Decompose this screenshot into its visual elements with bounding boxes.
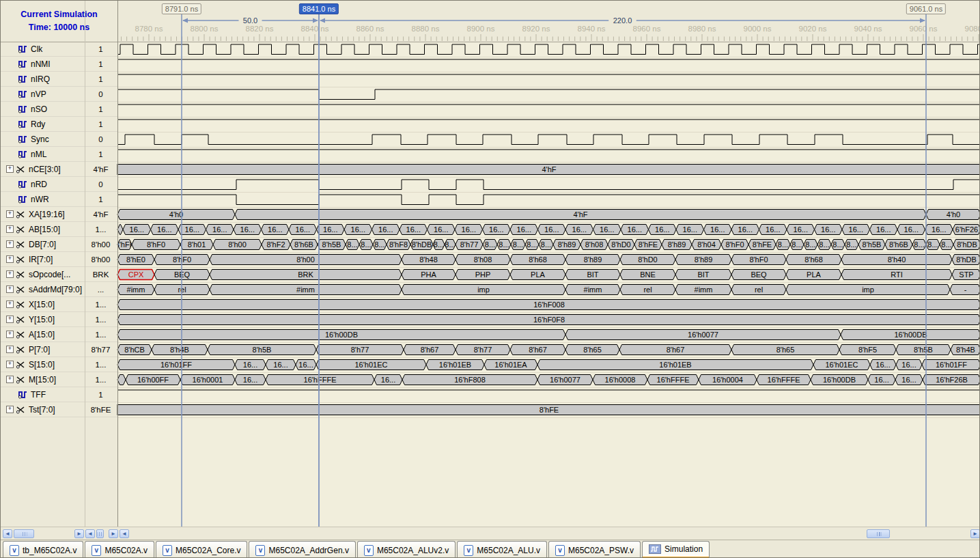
signal-value: 1... [85, 316, 117, 324]
svg-text:8'h77: 8'h77 [460, 240, 479, 249]
svg-text:16...: 16... [572, 225, 587, 234]
scroll-left-button[interactable]: ◄ [85, 529, 95, 538]
scroll-right-button[interactable]: ► [74, 529, 84, 538]
svg-text:8'hCB: 8'hCB [124, 346, 145, 354]
signal-row[interactable]: +S[15:0]1... [1, 357, 117, 372]
scroll-right-button[interactable]: ► [970, 529, 980, 538]
scrollbar-thumb[interactable] [867, 529, 890, 538]
time-marker[interactable]: 9061.0 ns [906, 3, 946, 14]
svg-text:16'hF808: 16'hF808 [454, 376, 486, 384]
scroll-left-button[interactable]: ◄ [3, 529, 12, 538]
expand-icon[interactable]: + [6, 210, 14, 218]
scrollbar-thumb[interactable] [96, 529, 104, 538]
signal-name: sAddrMd[79:0] [29, 285, 82, 294]
svg-text:8'hFE: 8'hFE [639, 240, 658, 249]
tab-m65c02a-psw-v[interactable]: vM65C02A_PSW.v [548, 541, 641, 558]
signal-row[interactable]: +sAddrMd[79:0]... [1, 282, 117, 297]
signal-name: IR[7:0] [29, 255, 53, 264]
signal-row[interactable]: Rdy1 [1, 117, 117, 132]
signal-row[interactable]: nML1 [1, 147, 117, 162]
signal-row[interactable]: nVP0 [1, 87, 117, 102]
expand-icon[interactable]: + [6, 376, 14, 383]
timeline-markers: 8791.0 ns8841.0 ns9061.0 ns [1, 1, 980, 42]
svg-text:16'h01EA: 16'h01EA [494, 361, 527, 369]
signal-row[interactable]: Sync0 [1, 132, 117, 147]
tab-m65c02a-aluv2-v[interactable]: vM65C02A_ALUv2.v [357, 541, 456, 558]
signal-wave-icon [18, 44, 28, 53]
signal-name-cell: nNMI [1, 59, 85, 69]
signal-name-cell: nWR [1, 195, 85, 204]
signal-row[interactable]: +A[15:0]1... [1, 327, 117, 342]
signal-row[interactable]: TFF1 [1, 387, 117, 402]
expand-icon[interactable]: + [6, 331, 14, 338]
svg-text:16'h01EC: 16'h01EC [355, 361, 388, 369]
signal-name: nWR [31, 195, 49, 204]
signal-row[interactable]: +sOpcode[...BRK [1, 267, 117, 282]
signal-row[interactable]: +Tst[7:0]8'hFE [1, 402, 117, 417]
signal-row[interactable]: nIRQ1 [1, 72, 117, 87]
expand-icon[interactable]: + [6, 316, 14, 323]
tab-label: M65C02A_AddrGen.v [268, 546, 348, 555]
wave-P[7:0]: 8'hCB8'h4B8'h5B8'h778'h678'h778'h678'h65… [117, 345, 980, 355]
time-marker[interactable]: 8841.0 ns [299, 3, 339, 14]
svg-text:16...: 16... [544, 225, 559, 234]
expand-icon[interactable]: + [6, 346, 14, 353]
scroll-left-button[interactable]: ◄ [120, 529, 129, 538]
svg-text:8...: 8... [914, 240, 924, 249]
signal-row[interactable]: +Y[15:0]1... [1, 312, 117, 327]
tab-m65c02a-addrgen-v[interactable]: vM65C02A_AddrGen.v [249, 541, 355, 558]
expand-icon[interactable]: + [6, 225, 14, 233]
signal-name-cell: +A[15:0] [1, 330, 85, 339]
signal-row[interactable]: +XA[19:16]4'hF [1, 207, 117, 222]
expand-icon[interactable]: + [6, 361, 14, 368]
tab-m65c02a-core-v[interactable]: vM65C02A_Core.v [156, 541, 247, 558]
scrollbar-thumb[interactable] [14, 529, 34, 538]
signal-value: 1 [85, 120, 117, 128]
signal-row[interactable]: +DB[7:0]8'h00 [1, 237, 117, 252]
signal-row[interactable]: +AB[15:0]1... [1, 222, 117, 237]
time-marker[interactable]: 8791.0 ns [162, 3, 201, 14]
svg-text:8'h01: 8'h01 [188, 240, 206, 249]
signal-row[interactable]: nNMI1 [1, 57, 117, 72]
svg-text:16...: 16... [683, 225, 697, 234]
tab-m65c02a-v[interactable]: vM65C02A.v [85, 541, 154, 558]
signal-name-cell: nIRQ [1, 74, 85, 84]
expand-icon[interactable]: + [6, 255, 14, 263]
signal-row[interactable]: nSO1 [1, 102, 117, 117]
expand-icon[interactable]: + [6, 285, 14, 293]
tab-tb-m65c02a-v[interactable]: vtb_M65C02A.v [3, 541, 83, 558]
svg-text:#imm: #imm [695, 285, 713, 294]
wave-nVP [117, 89, 980, 100]
expand-icon[interactable]: + [6, 301, 14, 308]
signal-row[interactable]: +P[7:0]8'h77 [1, 342, 117, 357]
signal-row[interactable]: nWR1 [1, 192, 117, 207]
expand-icon[interactable]: + [6, 406, 14, 413]
signal-row[interactable]: +M[15:0]1... [1, 372, 117, 387]
signal-name-cell: nSO [1, 104, 85, 114]
svg-text:16'h0077: 16'h0077 [550, 376, 580, 384]
signal-row[interactable]: nRD0 [1, 177, 117, 192]
expand-icon[interactable]: + [6, 240, 14, 248]
scroll-right-button[interactable]: ► [109, 529, 118, 538]
svg-text:16...: 16... [298, 361, 313, 369]
svg-text:16...: 16... [406, 225, 421, 234]
tab-simulation[interactable]: Simulation [642, 541, 710, 558]
signal-row[interactable]: +nCE[3:0]4'hF [1, 162, 117, 177]
bus-icon [16, 360, 26, 369]
signal-value: 1... [85, 361, 117, 369]
svg-text:8'h6B: 8'h6B [294, 240, 313, 249]
signal-row[interactable]: Clk1 [1, 42, 117, 57]
svg-text:16...: 16... [351, 225, 365, 234]
tab-m65c02a-alu-v[interactable]: vM65C02A_ALU.v [457, 541, 547, 558]
bus-icon [16, 405, 26, 414]
signal-name: Clk [31, 44, 42, 54]
signal-row[interactable]: +IR[7:0]8'h00 [1, 252, 117, 267]
expand-icon[interactable]: + [6, 270, 14, 278]
expand-icon[interactable]: + [6, 165, 14, 173]
signal-name: M[15:0] [29, 375, 56, 385]
signal-name: S[15:0] [29, 360, 55, 369]
svg-text:STP: STP [959, 270, 973, 279]
signal-row[interactable]: +X[15:0]1... [1, 297, 117, 312]
svg-text:16...: 16... [932, 225, 946, 234]
svg-text:16...: 16... [849, 225, 863, 234]
